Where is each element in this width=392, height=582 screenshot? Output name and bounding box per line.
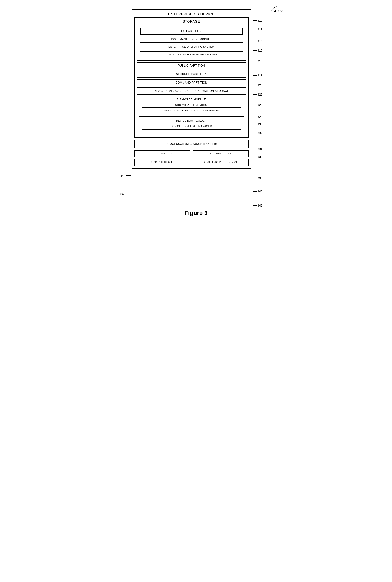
ref-310: 310	[258, 19, 263, 22]
enrollment-box: ENROLLMENT & AUTHENTICATION MODULE	[142, 107, 242, 114]
ref-318-line	[252, 75, 257, 76]
nvm-box: NON-VOLATILE MEMORY ENROLLMENT & AUTHENT…	[138, 102, 244, 116]
ref-316-line	[252, 50, 257, 51]
ref-334-line	[252, 149, 257, 150]
ref-312-line	[252, 29, 257, 30]
ref-328-line	[252, 117, 257, 117]
ref-326-row: 326	[252, 103, 263, 106]
enterprise-os-box: ENTERPRISE OPERATING SYSTEM	[140, 44, 243, 50]
ref-322-row: 322	[252, 93, 263, 96]
figure-caption: Figure 3	[98, 210, 294, 217]
boot-loader-box: DEVICE BOOT LOADER DEVICE BOOT LOAD MANA…	[138, 118, 244, 132]
led-indicator-box: LED INDICATOR	[193, 150, 248, 157]
ref-338-line	[252, 178, 257, 178]
ref-318: 318	[258, 74, 263, 77]
ref-313: 313	[258, 60, 263, 63]
ref-344: 344	[120, 174, 126, 177]
storage-title: STORAGE	[137, 20, 246, 23]
main-diagram-box: ENTERPRISE OS DEVICE STORAGE OS PARTITIO…	[132, 9, 251, 169]
ref-316: 316	[258, 49, 263, 52]
ref-316-row: 316	[252, 49, 263, 52]
device-os-mgmt-box: DEVICE OS MANAGEMENT APPLICATION	[140, 51, 243, 58]
firmware-title: FIRMWARE MODULE	[138, 98, 244, 101]
ref-334-row: 334	[252, 147, 263, 151]
os-partition-label: OS PARTITION	[138, 26, 244, 35]
hard-switch-box: HARD SWITCH	[134, 150, 190, 157]
public-partition-box: PUBLIC PARTITION	[137, 62, 246, 69]
ref-344-label: 344	[120, 174, 130, 177]
ref-328: 328	[258, 115, 263, 118]
device-status-box: DEVICE STATUS AND USER INFORMATION STORA…	[137, 88, 246, 94]
ref-300-container: 300	[274, 9, 283, 13]
ref-342-line	[252, 205, 257, 206]
ref-342: 342	[258, 204, 263, 207]
os-partition-title: OS PARTITION	[140, 28, 242, 35]
boot-loader-title: DEVICE BOOT LOADER	[140, 119, 243, 122]
hardware-row-1: HARD SWITCH LED INDICATOR	[134, 150, 248, 157]
ref-320-row: 320	[252, 84, 263, 87]
ref-338: 338	[258, 176, 263, 180]
ref-314-line	[252, 41, 257, 42]
ref-328-row: 328	[252, 115, 263, 118]
ref-322-line	[252, 94, 257, 95]
usb-interface-box: USB INTERFACE	[134, 158, 190, 166]
os-partition-box: OS PARTITION BOOT MANAGEMENT MODULE ENTE…	[137, 25, 246, 61]
ref-322: 322	[258, 93, 263, 96]
firmware-box: FIRMWARE MODULE NON-VOLATILE MEMORY ENRO…	[137, 96, 246, 134]
boot-management-box: BOOT MANAGEMENT MODULE	[140, 36, 243, 42]
ref-342-row: 342	[252, 204, 263, 207]
ref-340-label: 340	[120, 192, 130, 196]
ref-310-row: 310	[252, 19, 263, 22]
ref-312: 312	[258, 28, 263, 31]
ref-336-line	[252, 157, 257, 157]
ref-336-row: 336	[252, 155, 263, 158]
page-container: 344 340 300 ENTERPRISE OS DEVICE	[98, 4, 294, 226]
ref-320: 320	[258, 84, 263, 87]
main-title: ENTERPRISE OS DEVICE	[134, 12, 248, 16]
ref-346-line	[252, 191, 257, 192]
ref-330-line	[252, 124, 257, 124]
ref-314: 314	[258, 40, 263, 43]
ref-332-line	[252, 133, 257, 133]
ref-326: 326	[258, 103, 263, 106]
ref-336: 336	[258, 155, 263, 158]
ref-340: 340	[120, 192, 126, 196]
processor-box: PROCESSOR (MICROCONTROLLER)	[134, 140, 248, 148]
ref-320-line	[252, 85, 257, 86]
storage-box: STORAGE OS PARTITION BOOT MANAGEMENT MOD…	[134, 17, 248, 138]
ref-314-row: 314	[252, 40, 263, 43]
ref-313-row: 313	[252, 60, 263, 63]
nvm-title: NON-VOLATILE MEMORY	[140, 104, 243, 106]
ref-332: 332	[258, 131, 263, 135]
ref-310-line	[252, 20, 257, 21]
ref-326-line	[252, 105, 257, 105]
ref-318-row: 318	[252, 74, 263, 77]
ref-312-row: 312	[252, 28, 263, 31]
ref-334: 334	[258, 147, 263, 151]
biometric-box: BIOMETRIC INPUT DEVICE	[193, 158, 248, 166]
ref-332-row: 332	[252, 131, 263, 135]
ref-346-row: 346	[252, 190, 263, 193]
right-labels: 310 312 314 316 313	[252, 9, 278, 202]
ref-338-row: 338	[252, 176, 263, 180]
hardware-row-2: USB INTERFACE BIOMETRIC INPUT DEVICE	[134, 158, 248, 166]
ref-330: 330	[258, 122, 263, 126]
ref-300-curve-line	[271, 5, 285, 13]
secured-partition-box: SECURED PARTITION	[137, 71, 246, 78]
ref-346: 346	[258, 190, 263, 193]
device-boot-manager-box: DEVICE BOOT LOAD MANAGER	[142, 123, 242, 130]
ref-313-line	[252, 61, 257, 62]
ref-330-row: 330	[252, 122, 263, 126]
command-partition-box: COMMAND PARTITION	[137, 79, 246, 86]
